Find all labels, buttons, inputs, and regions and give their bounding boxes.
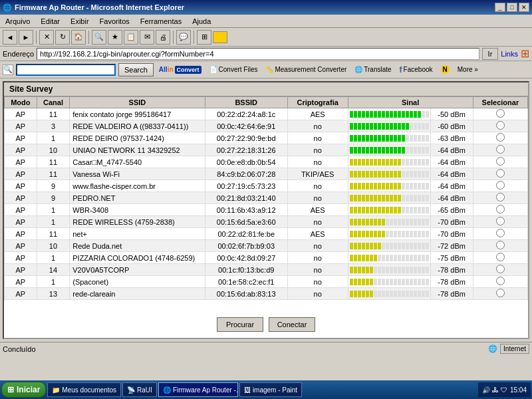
print-button[interactable]: 🖨: [156, 30, 170, 45]
cell-bssid: 00:1e:58:c2:ec:f1: [205, 276, 287, 288]
cell-select[interactable]: [473, 240, 527, 252]
cell-bssid: 00:1c:f0:13:bc:d9: [205, 264, 287, 276]
cell-select[interactable]: [473, 204, 527, 216]
favorites-button[interactable]: ★: [108, 30, 122, 45]
procurar-button[interactable]: Procurar: [217, 317, 263, 332]
select-radio[interactable]: [496, 145, 505, 154]
home-button[interactable]: 🏠: [71, 30, 86, 45]
cell-select[interactable]: [473, 228, 527, 240]
cell-select[interactable]: [473, 156, 527, 168]
yellow-btn[interactable]: [213, 31, 227, 43]
cell-mode: AP: [5, 204, 37, 216]
taskbar-meus-documentos[interactable]: 📁 Meus documentos: [47, 382, 121, 397]
select-radio[interactable]: [496, 169, 505, 178]
more-tool[interactable]: More »: [455, 64, 481, 75]
norton-icon: N: [441, 65, 450, 74]
taskbar-raui[interactable]: 📡 RaUI: [122, 382, 157, 397]
cell-dbm: -78 dBm: [430, 264, 473, 276]
cell-signal-bar: [348, 144, 430, 156]
history-button[interactable]: 📋: [124, 30, 138, 45]
taskbar-item-label: Meus documentos: [62, 386, 116, 394]
menu-favoritos[interactable]: Favoritos: [97, 16, 132, 27]
tray-icons: 🔊 🖧 🛡: [482, 386, 507, 394]
taskbar-ie[interactable]: 🌐 Firmware Ap Router -...: [158, 382, 238, 397]
cell-select[interactable]: [473, 192, 527, 204]
select-radio[interactable]: [496, 121, 505, 130]
search-input[interactable]: [16, 64, 116, 76]
menu-ajuda[interactable]: Ajuda: [190, 16, 213, 27]
table-container[interactable]: Modo Canal SSID BSSID Criptografia Sinal…: [4, 96, 528, 313]
cell-select[interactable]: [473, 264, 527, 276]
cell-select[interactable]: [473, 108, 527, 120]
menu-ferramentas[interactable]: Ferramentas: [138, 16, 184, 27]
cell-select[interactable]: [473, 276, 527, 288]
maximize-button[interactable]: □: [507, 3, 517, 12]
mail-button[interactable]: ✉: [140, 30, 154, 45]
close-button[interactable]: ✕: [519, 3, 529, 12]
select-radio[interactable]: [496, 241, 505, 249]
main-content: Site Survey Modo Canal SSID BSSID Cripto…: [3, 81, 529, 339]
cell-select[interactable]: [473, 252, 527, 264]
refresh-button[interactable]: ↻: [55, 30, 70, 45]
translate-label: Translate: [364, 66, 391, 73]
norton-icon-wrap[interactable]: N: [438, 63, 452, 76]
select-radio[interactable]: [496, 205, 505, 213]
windows-start-icon: ⊞: [7, 385, 14, 394]
size-btn[interactable]: ⊞: [197, 30, 211, 45]
start-button[interactable]: ⊞ Iniciar: [1, 382, 46, 398]
cell-signal-bar: [348, 120, 430, 132]
cell-cript: no: [287, 288, 348, 300]
conectar-button[interactable]: Conectar: [269, 317, 315, 332]
messenger-button[interactable]: 💬: [176, 30, 191, 45]
translate-tool[interactable]: 🌐 Translate: [352, 64, 394, 75]
measurement-converter-tool[interactable]: 📏 Measurement Converter: [263, 64, 349, 75]
select-radio[interactable]: [496, 253, 505, 261]
forward-button[interactable]: ►: [19, 30, 33, 45]
menu-editar[interactable]: Editar: [38, 16, 63, 27]
select-radio[interactable]: [496, 217, 505, 225]
minimize-button[interactable]: _: [495, 3, 505, 12]
cell-ssid: Rede Duda.net: [70, 240, 205, 252]
cell-signal-bar: [348, 180, 430, 192]
taskbar-paint[interactable]: 🖼 imagem - Paint: [239, 382, 302, 397]
cell-select[interactable]: [473, 168, 527, 180]
cell-dbm: -72 dBm: [430, 240, 473, 252]
cell-select[interactable]: [473, 180, 527, 192]
menu-arquivo[interactable]: Arquivo: [3, 16, 33, 27]
select-radio[interactable]: [496, 109, 505, 118]
cell-select[interactable]: [473, 132, 527, 144]
folder-icon: 📁: [52, 386, 60, 394]
cell-canal: 3: [37, 120, 70, 132]
convert-files-tool[interactable]: 📄 Convert Files: [207, 64, 261, 75]
select-radio[interactable]: [496, 289, 505, 297]
cell-select[interactable]: [473, 216, 527, 228]
select-radio[interactable]: [496, 193, 505, 201]
select-radio[interactable]: [496, 277, 505, 285]
cell-select[interactable]: [473, 144, 527, 156]
search-button[interactable]: Search: [118, 63, 154, 76]
select-radio[interactable]: [496, 229, 505, 237]
facebook-tool[interactable]: f Facebook: [397, 63, 436, 76]
ie-icon: 🌐: [3, 3, 12, 12]
cell-dbm: -63 dBm: [430, 132, 473, 144]
select-radio[interactable]: [496, 157, 505, 166]
col-canal: Canal: [37, 97, 70, 108]
cell-canal: 1: [37, 204, 70, 216]
select-radio[interactable]: [496, 181, 505, 190]
cell-mode: AP: [5, 264, 37, 276]
globe-icon: 🌐: [488, 344, 497, 353]
go-button[interactable]: Ir: [482, 48, 499, 60]
cell-select[interactable]: [473, 120, 527, 132]
cell-select[interactable]: [473, 288, 527, 300]
select-radio[interactable]: [496, 265, 505, 273]
cell-canal: 11: [37, 108, 70, 120]
search-button[interactable]: 🔍: [92, 30, 106, 45]
address-input[interactable]: [37, 48, 479, 60]
back-button[interactable]: ◄: [3, 30, 17, 45]
table-row: AP 3 REDE VALDEIRO A ((98337-0411)) 00:0…: [5, 120, 528, 132]
stop-button[interactable]: ✕: [39, 30, 54, 45]
allin-convert-tool[interactable]: Allin Convert: [156, 64, 204, 76]
select-radio[interactable]: [496, 133, 505, 142]
cell-cript: no: [287, 180, 348, 192]
menu-exibir[interactable]: Exibir: [68, 16, 92, 27]
